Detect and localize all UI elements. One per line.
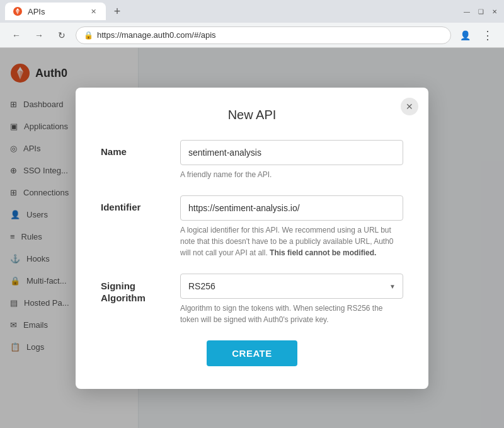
browser-tab[interactable]: APIs ✕	[5, 3, 106, 20]
name-label: Name	[101, 140, 170, 157]
modal-title: New API	[101, 108, 403, 122]
new-tab-button[interactable]: +	[108, 3, 126, 20]
identifier-field-container: A logical identifier for this API. We re…	[180, 195, 403, 258]
tab-close-button[interactable]: ✕	[88, 6, 98, 16]
identifier-form-row: Identifier A logical identifier for this…	[101, 195, 403, 258]
profile-icon[interactable]: 👤	[456, 26, 474, 44]
browser-titlebar: APIs ✕ + — ❑ ✕	[0, 0, 504, 23]
modal-actions: CREATE	[101, 340, 403, 366]
modal-backdrop: New API ✕ Name A friendly name for the A…	[0, 48, 504, 428]
reload-button[interactable]: ↻	[53, 26, 71, 44]
name-form-row: Name A friendly name for the API.	[101, 140, 403, 180]
signing-algorithm-select[interactable]: RS256 HS256	[180, 274, 403, 299]
minimize-button[interactable]: —	[462, 7, 471, 16]
tab-favicon	[13, 6, 23, 16]
address-text: https://manage.auth0.com/#/apis	[97, 30, 443, 40]
page-content: Auth0 ⊞Dashboard ▣Applications ◎APIs ⊕SS…	[0, 48, 504, 428]
signing-algorithm-label: Signing Algorithm	[101, 274, 170, 304]
identifier-input[interactable]	[180, 195, 403, 221]
signing-algorithm-form-row: Signing Algorithm RS256 HS256 ▼ Algorith…	[101, 274, 403, 325]
tab-title-text: APIs	[28, 7, 83, 16]
maximize-button[interactable]: ❑	[476, 7, 485, 16]
forward-button[interactable]: →	[30, 26, 48, 44]
back-button[interactable]: ←	[8, 26, 25, 44]
signing-algorithm-hint: Algorithm to sign the tokens with. When …	[180, 303, 403, 325]
address-bar[interactable]: 🔒 https://manage.auth0.com/#/apis	[76, 26, 451, 44]
new-api-modal: New API ✕ Name A friendly name for the A…	[76, 88, 428, 389]
close-button[interactable]: ✕	[490, 7, 499, 16]
identifier-label: Identifier	[101, 195, 170, 212]
name-hint: A friendly name for the API.	[180, 169, 403, 180]
window-controls: — ❑ ✕	[462, 7, 499, 16]
signing-algorithm-field-container: RS256 HS256 ▼ Algorithm to sign the toke…	[180, 274, 403, 325]
signing-algorithm-select-wrapper: RS256 HS256 ▼	[180, 274, 403, 299]
lock-icon: 🔒	[84, 31, 93, 40]
name-input[interactable]	[180, 140, 403, 165]
identifier-hint: A logical identifier for this API. We re…	[180, 224, 403, 258]
create-button[interactable]: CREATE	[207, 340, 297, 366]
browser-toolbar: ← → ↻ 🔒 https://manage.auth0.com/#/apis …	[0, 23, 504, 48]
modal-close-button[interactable]: ✕	[401, 98, 418, 115]
name-field-container: A friendly name for the API.	[180, 140, 403, 180]
browser-menu-button[interactable]: ⋮	[479, 26, 496, 44]
